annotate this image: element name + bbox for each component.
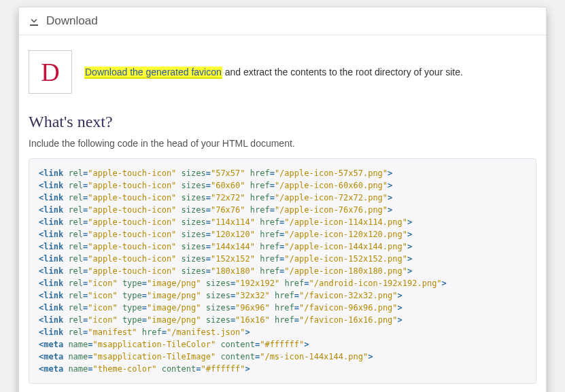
code-line: <meta name="msapplication-TileColor" con… bbox=[39, 338, 526, 351]
download-icon bbox=[29, 16, 39, 26]
code-line: <link rel="manifest" href="/manifest.jso… bbox=[39, 326, 526, 338]
download-link-text[interactable]: Download the generated favicon bbox=[85, 67, 222, 77]
code-line: <link rel="apple-touch-icon" sizes="152x… bbox=[39, 253, 526, 265]
download-link[interactable]: Download the generated favicon bbox=[84, 67, 222, 79]
code-line: <link rel="icon" type="image/png" sizes=… bbox=[39, 302, 526, 314]
code-line: <link rel="icon" type="image/png" sizes=… bbox=[39, 277, 526, 289]
code-line: <link rel="apple-touch-icon" sizes="72x7… bbox=[39, 192, 526, 204]
code-line: <link rel="apple-touch-icon" sizes="114x… bbox=[39, 216, 526, 228]
whats-next-heading: What's next? bbox=[29, 113, 536, 131]
download-instruction: Download the generated favicon and extra… bbox=[84, 67, 463, 77]
code-line: <link rel="apple-touch-icon" sizes="57x5… bbox=[39, 167, 526, 179]
code-line: <link rel="apple-touch-icon" sizes="76x7… bbox=[39, 204, 526, 216]
code-line: <meta name="theme-color" content="#fffff… bbox=[39, 363, 526, 375]
code-line: <link rel="apple-touch-icon" sizes="180x… bbox=[39, 265, 526, 277]
code-line: <link rel="apple-touch-icon" sizes="144x… bbox=[39, 240, 526, 253]
download-panel: Download D Download the generated favico… bbox=[18, 7, 547, 392]
code-line: <link rel="icon" type="image/png" sizes=… bbox=[39, 289, 526, 302]
code-line: <link rel="apple-touch-icon" sizes="60x6… bbox=[39, 179, 526, 192]
panel-header: Download bbox=[19, 7, 546, 35]
favicon-letter: D bbox=[41, 59, 59, 85]
panel-title: Download bbox=[46, 14, 98, 28]
download-row: D Download the generated favicon and ext… bbox=[19, 35, 546, 110]
code-line: <link rel="apple-touch-icon" sizes="120x… bbox=[39, 228, 526, 240]
favicon-preview: D bbox=[29, 50, 72, 94]
code-line: <link rel="icon" type="image/png" sizes=… bbox=[39, 314, 526, 326]
whats-next-sub: Include the following code in the head o… bbox=[29, 138, 536, 149]
code-snippet[interactable]: <link rel="apple-touch-icon" sizes="57x5… bbox=[29, 158, 536, 384]
code-line: <meta name="msapplication-TileImage" con… bbox=[39, 351, 526, 363]
download-rest-text: and extract the contents to the root dir… bbox=[222, 67, 463, 77]
